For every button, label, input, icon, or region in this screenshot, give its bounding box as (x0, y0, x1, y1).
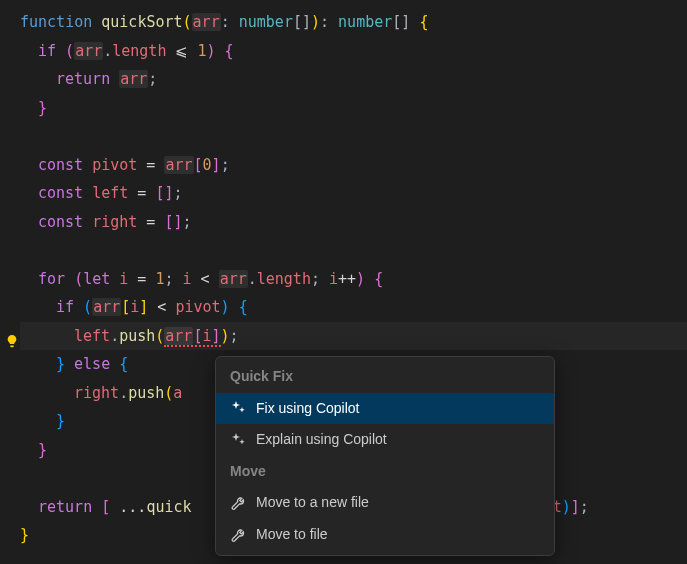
menu-item-label: Move to a new file (256, 493, 369, 513)
menu-section-header: Quick Fix (216, 361, 554, 393)
code-line-empty (20, 122, 687, 151)
quick-fix-menu: Quick Fix Fix using Copilot Explain usin… (215, 356, 555, 556)
code-line-empty (20, 236, 687, 265)
fix-using-copilot-item[interactable]: Fix using Copilot (216, 393, 554, 425)
menu-item-label: Explain using Copilot (256, 430, 387, 450)
move-new-file-item[interactable]: Move to a new file (216, 487, 554, 519)
move-to-file-item[interactable]: Move to file (216, 519, 554, 551)
code-line: function quickSort(arr: number[]): numbe… (20, 8, 687, 37)
code-line: for (let i = 1; i < arr.length; i++) { (20, 265, 687, 294)
explain-using-copilot-item[interactable]: Explain using Copilot (216, 424, 554, 456)
sparkle-icon (230, 400, 246, 416)
code-line: if (arr.length ⩽ 1) { (20, 37, 687, 66)
menu-item-label: Move to file (256, 525, 328, 545)
menu-section-header: Move (216, 456, 554, 488)
wrench-icon (230, 495, 246, 511)
code-line: } (20, 94, 687, 123)
sparkle-icon (230, 432, 246, 448)
wrench-icon (230, 527, 246, 543)
menu-item-label: Fix using Copilot (256, 399, 360, 419)
code-line: const left = []; (20, 179, 687, 208)
code-line: if (arr[i] < pivot) { (20, 293, 687, 322)
lightbulb-icon[interactable] (5, 330, 19, 357)
code-line: const right = []; (20, 208, 687, 237)
code-line: const pivot = arr[0]; (20, 151, 687, 180)
code-line-error: left.push(arr[i]); (20, 322, 687, 351)
code-line: return arr; (20, 65, 687, 94)
